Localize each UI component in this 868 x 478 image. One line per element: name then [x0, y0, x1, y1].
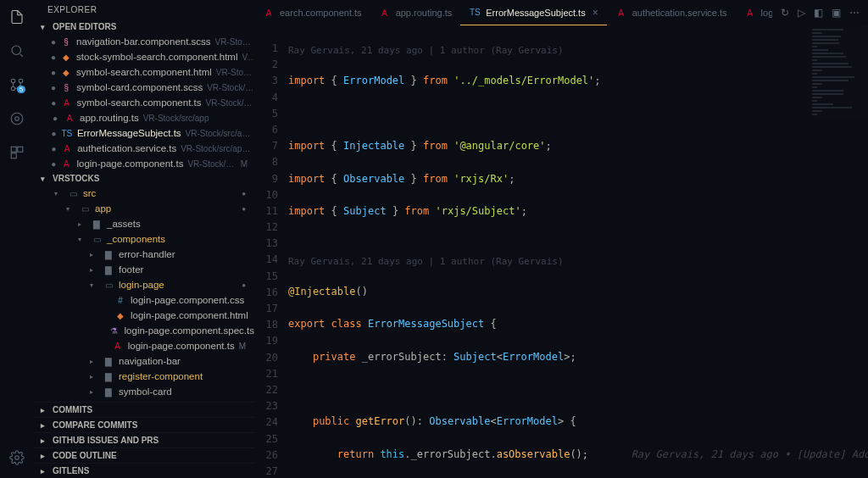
open-editor-item[interactable]: ●◆stock-symbol-search.component.html VR-… [34, 49, 254, 64]
line-number: 6 [254, 122, 278, 138]
tree-folder[interactable]: ▸▇error-handler [34, 247, 254, 262]
tree-folder[interactable]: ▾▭app [34, 201, 254, 216]
tree-file[interactable]: Alogin-page.component.ts [34, 338, 254, 353]
dirty-dot-icon: ● [51, 98, 56, 108]
section-commits[interactable]: ▸COMMITS [34, 402, 254, 417]
tree-folder[interactable]: ▸▇navigation-bar [34, 353, 254, 369]
section-open-editors[interactable]: ▾ OPEN EDITORS [34, 19, 254, 34]
editor: Aearch.component.tsAapp.routing.tsTSErro… [254, 0, 868, 478]
angular-icon: A [744, 7, 756, 19]
editor-tab[interactable]: Alogin-page.compon [736, 0, 772, 25]
html-icon: ◆ [114, 309, 126, 321]
folder-open-icon: ▭ [91, 233, 103, 245]
reload-icon[interactable]: ↻ [781, 7, 789, 19]
section-outline[interactable]: ▸CODE OUTLINE [34, 447, 254, 463]
line-number: 17 [254, 301, 278, 317]
dirty-dot-icon: ● [51, 159, 56, 169]
svg-rect-8 [11, 153, 16, 158]
svg-point-4 [11, 113, 23, 125]
line-number: 15 [254, 269, 278, 285]
explorer-icon[interactable] [7, 7, 27, 27]
chevron-icon: ▸ [90, 388, 98, 396]
debug-icon[interactable] [7, 108, 27, 129]
activity-bar: 5 [0, 0, 34, 478]
more-icon[interactable]: ⋯ [849, 7, 860, 19]
open-editor-item[interactable]: ●Aapp.routing.ts VR-Stock/src/app [34, 110, 254, 125]
code-area[interactable]: 1234567891011121314151617181920212223242… [254, 25, 868, 478]
play-icon[interactable]: ▷ [798, 7, 805, 19]
chevron-icon: ▸ [78, 220, 86, 228]
test-icon: ⚗ [108, 325, 120, 336]
chevron-icon: ▾ [78, 236, 86, 243]
tree-folder[interactable]: ▾▭src [34, 186, 254, 201]
editor-tab[interactable]: TSErrorMessageSubject.ts× [460, 0, 606, 25]
angular-icon: A [615, 7, 627, 19]
open-editor-item[interactable]: ●Aauthetication.service.ts VR-Stock/src/… [34, 141, 254, 156]
source-control-icon[interactable]: 5 [7, 75, 27, 95]
open-editor-item[interactable]: ●§navigation-bar.component.scss VR-Stock… [34, 34, 254, 49]
tree-folder[interactable]: ▸▇footer [34, 262, 254, 277]
line-number: 23 [254, 398, 278, 414]
chevron-icon: ▾ [66, 205, 75, 213]
tree-file[interactable]: ⚗login-page.component.spec.ts [34, 323, 254, 338]
layout-icon[interactable]: ▣ [832, 7, 841, 19]
minimap[interactable] [809, 25, 868, 119]
open-editor-item[interactable]: ●§symbol-card.component.scss VR-Stock/sr… [34, 80, 254, 95]
line-gutter: 1234567891011121314151617181920212223242… [254, 25, 288, 478]
split-icon[interactable]: ◧ [814, 7, 823, 19]
tree-file[interactable]: ◆login-page.component.html [34, 308, 254, 323]
section-gitlens[interactable]: ▸GITLENS [34, 463, 254, 478]
svg-point-0 [12, 46, 21, 55]
chevron-icon: ▸ [90, 358, 98, 365]
tree-folder[interactable]: ▾▭login-page [34, 277, 254, 292]
line-number: 21 [254, 366, 278, 382]
line-number: 4 [254, 90, 278, 106]
tree-file[interactable]: #login-page.component.css [34, 292, 254, 308]
open-editor-item[interactable]: ●Alogin-page.component.ts VR-Stock/src/a… [34, 156, 254, 171]
line-number: 14 [254, 252, 278, 268]
line-number: 10 [254, 187, 278, 203]
section-compare[interactable]: ▸COMPARE COMMITS [34, 417, 254, 432]
line-number: 1 [254, 41, 278, 57]
chevron-icon: ▸ [90, 251, 98, 258]
open-editor-item[interactable]: ●Asymbol-search.component.ts VR-Stock/sr… [34, 95, 254, 110]
close-icon[interactable]: × [593, 7, 598, 19]
editor-tab[interactable]: Aapp.routing.ts [370, 0, 461, 25]
tree-folder[interactable]: ▸▇register-component [34, 369, 254, 384]
chevron-icon: ▾ [90, 281, 98, 289]
editor-tab[interactable]: Aauthetication.service.ts [607, 0, 736, 25]
typescript-icon: TS [469, 7, 481, 19]
open-editor-item[interactable]: ●TSErrorMessageSubject.ts VR-Stock/src/a… [34, 125, 254, 141]
line-number: 20 [254, 350, 278, 366]
search-icon[interactable] [7, 41, 27, 61]
angular-icon: A [60, 158, 72, 170]
settings-icon[interactable] [7, 447, 27, 468]
sass-icon: § [60, 36, 72, 47]
code-lines[interactable]: Ray Gervais, 21 days ago | 1 author (Ray… [288, 25, 868, 478]
line-number: 11 [254, 203, 278, 220]
section-github[interactable]: ▸GITHUB ISSUES AND PRS [34, 432, 254, 447]
chevron-down-icon: ▾ [41, 175, 49, 183]
angular-icon: A [64, 112, 75, 124]
folder-icon: ▇ [103, 386, 114, 397]
chevron-icon: ▸ [90, 266, 98, 274]
angular-icon: A [61, 142, 73, 154]
open-editor-item[interactable]: ●◆symbol-search.component.html VR-Stock/… [34, 64, 254, 80]
tree-folder[interactable]: ▸▇symbol-card [34, 384, 254, 399]
folder-icon: ▇ [91, 218, 103, 230]
folder-icon: ▇ [103, 355, 114, 367]
svg-point-3 [11, 79, 15, 83]
line-number: 24 [254, 414, 278, 431]
extensions-icon[interactable] [7, 142, 27, 163]
line-number: 25 [254, 431, 278, 447]
section-project[interactable]: ▾ VRSTOCKS [34, 171, 254, 186]
dirty-dot-icon: ● [51, 68, 56, 77]
folder-icon: ▇ [103, 264, 114, 275]
tree-folder[interactable]: ▾▭_components [34, 231, 254, 247]
line-number: 19 [254, 333, 278, 349]
git-blame-annotation: Ray Gervais, 21 days ago | 1 author (Ray… [288, 253, 868, 268]
dirty-dot-icon: ● [51, 144, 57, 153]
editor-tab[interactable]: Aearch.component.ts [254, 0, 370, 25]
tree-folder[interactable]: ▸▇_assets [34, 216, 254, 231]
git-blame-annotation: Ray Gervais, 21 days ago | 1 author (Ray… [288, 42, 868, 57]
